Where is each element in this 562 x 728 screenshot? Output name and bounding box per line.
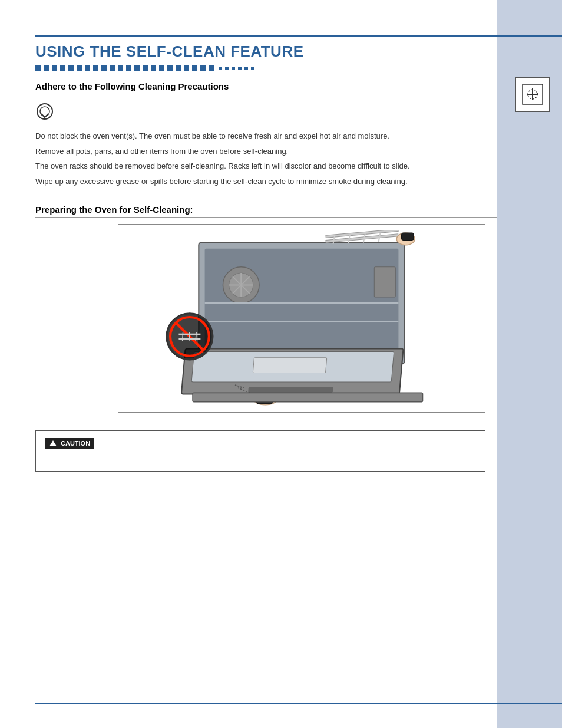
dot [52,65,57,71]
dot [184,65,189,71]
dot [209,65,214,71]
page-title: USING THE SELF-CLEAN FEATURE [35,42,497,61]
dot [93,65,98,71]
dot-small [232,67,235,70]
svg-rect-29 [402,233,414,240]
dot-small [219,67,222,70]
svg-marker-5 [527,94,529,96]
self-clean-icon [522,84,543,105]
svg-marker-4 [536,93,538,94]
dot [110,65,115,71]
caution-badge: CAUTION [45,438,94,449]
svg-rect-40 [253,358,327,373]
svg-rect-41 [193,393,422,401]
dot [44,65,49,71]
dot [143,65,148,71]
dot [68,65,74,71]
dot [151,65,156,71]
main-content: USING THE SELF-CLEAN FEATURE Adher [35,35,497,704]
self-clean-icon-box [515,77,550,112]
svg-line-36 [189,332,190,341]
dot [35,65,41,71]
dot [77,65,82,71]
dot [200,65,206,71]
caution-label: CAUTION [61,440,90,447]
preparing-title: Preparing the Oven for Self-Cleaning: [35,205,497,218]
dot [101,65,107,71]
svg-line-37 [196,332,196,341]
dot [159,65,164,71]
caution-box: CAUTION [35,430,485,472]
caution-triangle-icon [49,440,57,446]
dot-small [244,67,248,70]
dot [134,65,140,71]
section-subtitle: Adhere to the Following Cleaning Precaut… [35,81,497,91]
svg-rect-21 [374,267,395,297]
dot [85,65,90,71]
precautions-text-block: Do not block the oven vent(s). The oven … [35,130,497,187]
dot-small [251,67,254,70]
dot [176,65,181,71]
warning-symbol [35,102,497,124]
oven-image [118,224,485,413]
dot [60,65,65,71]
dot-separator [35,65,497,71]
dot [192,65,197,71]
dot [126,65,131,71]
svg-line-35 [183,332,183,341]
dot-small [225,67,229,70]
dot [167,65,173,71]
svg-rect-12 [248,387,333,393]
dot-small [238,67,242,70]
oven-illustration [124,230,479,406]
dot [118,65,123,71]
